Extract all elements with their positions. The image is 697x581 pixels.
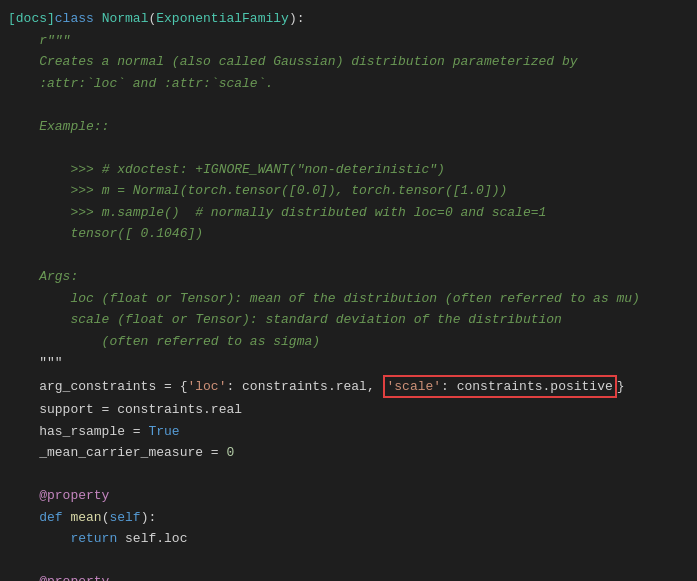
empty-12 <box>8 246 16 266</box>
code-line-24: def mean(self): <box>0 507 697 529</box>
self-mean: self <box>109 508 140 528</box>
fn-mean: mean <box>70 508 101 528</box>
highlighted-scale: 'scale': constraints.positive <box>383 375 617 399</box>
comment-8: # xdoctest: +IGNORE_WANT("non-deterinist… <box>102 160 445 180</box>
docstring-close: """ <box>8 353 63 373</box>
code-line-15: scale (float or Tensor): standard deviat… <box>0 309 697 331</box>
code-line-11: tensor([ 0.1046]) <box>0 223 697 245</box>
key-loc: 'loc' <box>187 377 226 397</box>
brace-open: { <box>180 377 188 397</box>
prompt-8: >>> <box>8 160 102 180</box>
code-line-16: (often referred to as sigma) <box>0 331 697 353</box>
prompt-10: >>> <box>8 203 102 223</box>
brace-close: } <box>617 377 625 397</box>
has-rsample: has_rsample = <box>8 422 148 442</box>
code-line-8: >>> # xdoctest: +IGNORE_WANT("non-deteri… <box>0 159 697 181</box>
code-line-17: """ <box>0 352 697 374</box>
indent-2: r""" <box>8 31 70 51</box>
paren-close: ): <box>289 9 305 29</box>
code-line-10: >>> m.sample() # normally distributed wi… <box>0 202 697 224</box>
zero-val: 0 <box>226 443 234 463</box>
parent-class: ExponentialFamily <box>156 9 289 29</box>
empty-26 <box>8 551 16 571</box>
key-scale: 'scale' <box>387 379 442 394</box>
code-line-20: has_rsample = True <box>0 421 697 443</box>
args-15: scale (float or Tensor): standard deviat… <box>8 310 562 330</box>
def-kw-1: def <box>8 508 70 528</box>
code-line-25: return self.loc <box>0 528 697 550</box>
args-13: Args: <box>8 267 78 287</box>
code-line-9: >>> m = Normal(torch.tensor([0.0]), torc… <box>0 180 697 202</box>
code-line-19: support = constraints.real <box>0 399 697 421</box>
paren-mean: ( <box>102 508 110 528</box>
code-line-5 <box>0 94 697 116</box>
mcm-var: _mean_carrier_measure = <box>8 443 226 463</box>
kw-class: class <box>55 9 102 29</box>
code-line-6: Example:: <box>0 116 697 138</box>
code-line-18: arg_constraints = {'loc': constraints.re… <box>0 374 697 400</box>
return-kw-1: return <box>8 529 125 549</box>
code-line-27: @property <box>0 571 697 581</box>
code-line-23: @property <box>0 485 697 507</box>
code-line-7 <box>0 137 697 159</box>
property-decorator-1: @property <box>8 486 109 506</box>
code-line-22 <box>0 464 697 486</box>
args-16: (often referred to as sigma) <box>8 332 320 352</box>
code-line-21: _mean_carrier_measure = 0 <box>0 442 697 464</box>
docstring-4: :attr:`loc` and :attr:`scale`. <box>8 74 273 94</box>
code-line-1: [docs]class Normal(ExponentialFamily): <box>0 8 697 30</box>
empty-5 <box>8 95 16 115</box>
var-name-18: arg_constraints = <box>8 377 180 397</box>
docstring-3: Creates a normal (also called Gaussian) … <box>8 52 578 72</box>
true-val: True <box>148 422 179 442</box>
self-loc-1: self.loc <box>125 529 187 549</box>
docs-tag[interactable]: [docs] <box>8 9 55 29</box>
prompt-9: >>> <box>8 181 102 201</box>
code-line-12 <box>0 245 697 267</box>
args-14: loc (float or Tensor): mean of the distr… <box>8 289 640 309</box>
docstring-6: Example:: <box>8 117 109 137</box>
code-line-26 <box>0 550 697 572</box>
colon-1: : constraints.real, <box>226 377 382 397</box>
colon-2: : constraints.positive <box>441 379 613 394</box>
empty-7 <box>8 138 16 158</box>
class-name: Normal <box>102 9 149 29</box>
code-container: [docs]class Normal(ExponentialFamily): r… <box>0 0 697 581</box>
code-line-3: Creates a normal (also called Gaussian) … <box>0 51 697 73</box>
comment-10: # normally distributed with loc=0 and sc… <box>195 203 546 223</box>
output-11: tensor([ 0.1046]) <box>8 224 203 244</box>
code-line-13: Args: <box>0 266 697 288</box>
code-line-4: :attr:`loc` and :attr:`scale`. <box>0 73 697 95</box>
code-10: m.sample() <box>102 203 196 223</box>
code-9: m = Normal(torch.tensor([0.0]), torch.te… <box>102 181 508 201</box>
paren-mean-close: ): <box>141 508 157 528</box>
property-decorator-2: @property <box>8 572 109 581</box>
empty-22 <box>8 465 16 485</box>
code-line-14: loc (float or Tensor): mean of the distr… <box>0 288 697 310</box>
support-line: support = constraints.real <box>8 400 242 420</box>
code-line-2: r""" <box>0 30 697 52</box>
paren: ( <box>148 9 156 29</box>
